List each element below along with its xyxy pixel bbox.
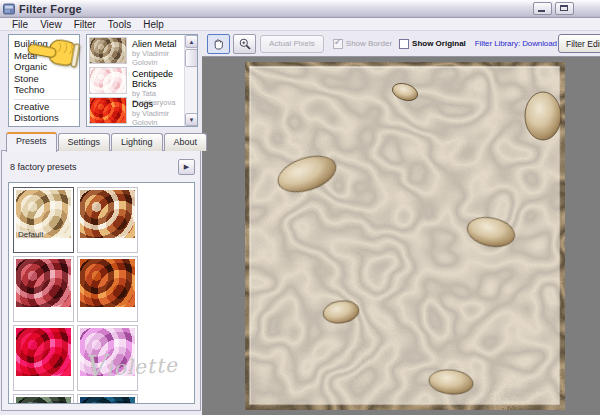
category-group: CreativeDistortionsMisc — [14, 100, 79, 128]
maximize-button[interactable] — [555, 2, 574, 15]
preset-default-label: Default — [17, 230, 44, 239]
menu-file[interactable]: File — [6, 18, 34, 31]
menu-view[interactable]: View — [34, 18, 68, 31]
filter-name: Dogs — [132, 99, 184, 109]
filter-name: Alien Metal — [132, 39, 184, 49]
filter-list-item[interactable]: Centipede Bricksby Tata Pushkaryova — [87, 65, 184, 95]
category-item-misc[interactable]: Misc — [14, 124, 79, 128]
preset-image — [80, 259, 135, 307]
tab-settings[interactable]: Settings — [58, 133, 111, 151]
tab-lighting[interactable]: Lighting — [111, 133, 163, 151]
filter-list-scrollbar[interactable]: ▲ ▼ — [184, 35, 197, 126]
menu-help[interactable]: Help — [137, 18, 170, 31]
zoom-tool-button[interactable] — [233, 34, 256, 54]
magnifier-icon — [238, 37, 252, 51]
filter-author: by Vladimir Golovin — [132, 109, 184, 126]
app-icon — [3, 3, 15, 15]
show-original-checkbox[interactable] — [399, 39, 409, 49]
preset-image — [16, 328, 71, 376]
preset-image — [16, 259, 71, 307]
category-item-stone[interactable]: Stone — [14, 73, 79, 85]
preset-thumbnail[interactable] — [13, 256, 74, 322]
check-icon: ✓ — [334, 37, 342, 47]
filter-editor-button[interactable]: Filter Editor... — [558, 34, 600, 53]
filter-list-item[interactable]: Alien Metalby Vladimir Golovin — [87, 35, 184, 65]
category-item-techno[interactable]: Techno — [14, 84, 79, 96]
menu-tools[interactable]: Tools — [102, 18, 137, 31]
filter-list-box: Alien Metalby Vladimir GolovinCentipede … — [86, 34, 198, 127]
filter-text: Dogsby Vladimir Golovin — [132, 97, 184, 126]
category-item-creative[interactable]: Creative — [14, 101, 79, 113]
filter-name: Centipede Bricks — [132, 69, 184, 89]
menu-bar: FileViewFilterToolsHelp — [0, 18, 600, 31]
preview-toolbar: Actual Pixels ✓ Show Border Show Origina… — [202, 31, 600, 57]
show-border-checkbox[interactable]: ✓ — [333, 39, 343, 49]
preset-thumbnail[interactable] — [77, 256, 138, 322]
sidebar: BuildingMetalOrganicStoneTechnoCreativeD… — [0, 31, 202, 415]
scrollbar-down-button[interactable]: ▼ — [185, 113, 198, 126]
title-bar[interactable]: Filter Forge — [0, 0, 600, 18]
menu-filter[interactable]: Filter — [68, 18, 102, 31]
filter-forge-window: Filter Forge FileViewFilterToolsHelp Bui… — [0, 0, 600, 415]
filter-list: Alien Metalby Vladimir GolovinCentipede … — [87, 35, 184, 126]
window-title: Filter Forge — [19, 3, 82, 15]
filter-thumbnail — [89, 67, 127, 94]
filter-text: Alien Metalby Vladimir Golovin — [132, 37, 184, 67]
preset-thumbnail[interactable]: Default — [13, 187, 74, 253]
show-border-checkbox-group[interactable]: ✓ Show Border — [333, 39, 392, 49]
preset-image — [16, 397, 71, 404]
scrollbar-thumb[interactable] — [185, 49, 198, 67]
filter-thumbnail — [89, 97, 127, 124]
hand-tool-button[interactable] — [207, 34, 230, 54]
tab-presets[interactable]: Presets — [6, 132, 57, 152]
preset-image — [80, 190, 135, 238]
minimize-icon — [538, 10, 545, 12]
hand-icon — [212, 37, 226, 51]
preset-thumbnail[interactable] — [13, 394, 74, 404]
preview-canvas[interactable] — [202, 57, 600, 415]
filter-thumbnail — [89, 37, 127, 64]
maximize-icon — [560, 5, 568, 11]
show-original-label: Show Original — [412, 39, 466, 48]
preset-thumbnail[interactable] — [77, 187, 138, 253]
minimize-button[interactable] — [533, 2, 552, 15]
category-item-distortions[interactable]: Distortions — [14, 112, 79, 124]
presets-count-label: 8 factory presets — [10, 162, 77, 172]
watermark-text: Violette — [83, 345, 178, 384]
actual-pixels-button[interactable]: Actual Pixels — [260, 35, 324, 53]
preview-image[interactable] — [245, 62, 565, 410]
preset-thumbnail[interactable] — [77, 394, 138, 404]
preview-pane: Actual Pixels ✓ Show Border Show Origina… — [202, 31, 600, 415]
scrollbar-up-button[interactable]: ▲ — [185, 35, 198, 48]
filter-author: by Vladimir Golovin — [132, 49, 184, 67]
preset-image — [80, 397, 135, 404]
presets-menu-button[interactable]: ▶ — [178, 159, 195, 175]
tab-strip: PresetsSettingsLightingAbout — [6, 133, 208, 151]
preset-thumbnail[interactable] — [13, 325, 74, 391]
show-original-checkbox-group[interactable]: Show Original — [399, 39, 466, 49]
filter-list-item[interactable]: Dogsby Vladimir Golovin — [87, 95, 184, 125]
tab-about[interactable]: About — [164, 133, 208, 151]
show-border-label: Show Border — [346, 39, 392, 48]
presets-tab-pane: 8 factory presets ▶ Default Violette — [1, 150, 201, 411]
